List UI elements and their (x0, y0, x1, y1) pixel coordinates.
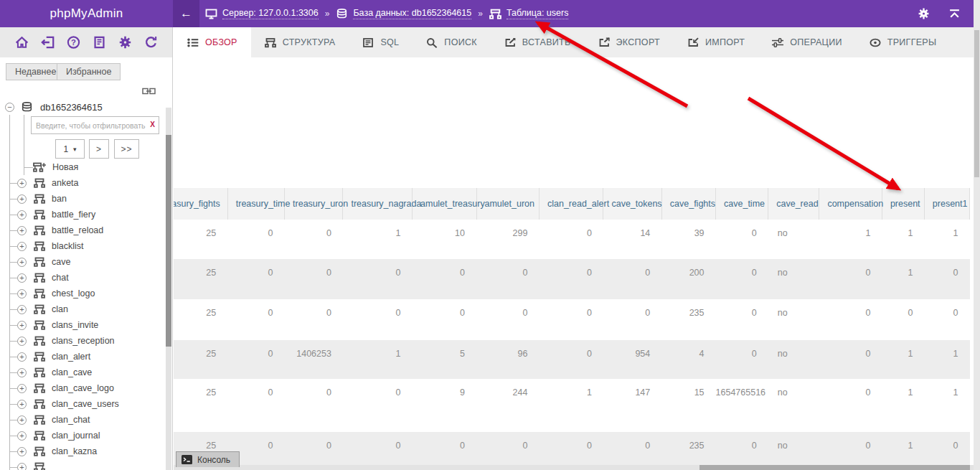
expand-icon[interactable]: + (17, 226, 27, 235)
refresh-button[interactable] (144, 36, 158, 49)
tab-label: ВСТАВИТЬ (522, 37, 571, 47)
sidebar-item-clan_alert[interactable]: +clan_alert (0, 349, 165, 365)
horizontal-scrollbar[interactable] (174, 465, 974, 470)
cell-cave_time: 0 (716, 299, 768, 340)
breadcrumb-item[interactable]: База данных: db1652364615 (336, 8, 471, 19)
documentation-button[interactable] (93, 36, 106, 49)
settings-button[interactable] (918, 8, 930, 19)
vertical-scrollbar-thumb[interactable] (974, 30, 979, 177)
logout-button[interactable] (41, 36, 55, 49)
column-header-treasury_uron[interactable]: treasury_uron (285, 188, 343, 220)
expand-icon[interactable]: + (17, 289, 27, 299)
sidebar-item-clan[interactable]: +clan (0, 301, 165, 317)
sidebar-item-database[interactable]: − db1652364615 (0, 99, 103, 115)
collapse-header-button[interactable] (948, 8, 961, 19)
sidebar-item-cave[interactable]: +cave (0, 254, 165, 270)
column-header-treasury_fights[interactable]: treasury_fights (174, 188, 227, 220)
page-select[interactable]: 1 ▾ (55, 139, 85, 159)
expand-icon[interactable]: + (17, 384, 27, 393)
collapse-db-icon[interactable]: − (5, 103, 14, 112)
column-header-cave_read[interactable]: cave_read (768, 188, 819, 220)
filter-tables-input[interactable] (31, 116, 159, 134)
sidebar-item-ban[interactable]: +ban (0, 191, 165, 207)
column-header-cave_tokens[interactable]: cave_tokens (603, 188, 661, 220)
sidebar-item-clans_invite[interactable]: +clans_invite (0, 317, 165, 333)
sidebar-item-clan_chat[interactable]: +clan_chat (0, 412, 165, 428)
sidebar-item-clan_journal[interactable]: +clan_journal (0, 428, 165, 443)
tab-поиск[interactable]: ПОИСК (413, 27, 491, 57)
back-button[interactable]: ← (173, 0, 199, 27)
expand-icon[interactable]: + (17, 210, 27, 220)
link-panels-icon[interactable] (142, 86, 156, 96)
sidebar-item-label: anketa (52, 178, 79, 188)
column-header-treasury_time[interactable]: treasury_time (227, 188, 284, 220)
sidebar-item-clans_reception[interactable]: +clans_reception (0, 333, 165, 349)
expand-icon[interactable]: + (17, 431, 27, 441)
sidebar-item-clan_cave_users[interactable]: +clan_cave_users (0, 396, 165, 412)
tab-обзор[interactable]: ОБЗОР (174, 27, 251, 57)
expand-icon[interactable]: + (17, 194, 27, 204)
column-header-clan_read_alert[interactable]: clan_read_alert (539, 188, 603, 220)
sidebar-item-battle_reload[interactable]: +battle_reload (0, 222, 165, 238)
sidebar-item-anketa[interactable]: +anketa (0, 175, 165, 191)
clear-filter-button[interactable]: X (150, 121, 155, 128)
breadcrumb-item[interactable]: Сервер: 127.0.0.1:3306 (205, 8, 319, 19)
help-button[interactable]: ? (67, 36, 80, 49)
console-button[interactable]: Консоль (176, 451, 240, 467)
expand-icon[interactable]: + (17, 415, 27, 425)
tab-вставить[interactable]: ВСТАВИТЬ (491, 27, 585, 57)
sidebar-item-battle_fiery[interactable]: +battle_fiery (0, 207, 165, 222)
favorite-tables-button[interactable]: Избранное (57, 63, 121, 80)
last-page-button[interactable]: >> (114, 139, 139, 159)
table-row: 25014062531596095440no011 (174, 340, 970, 379)
database-icon (336, 9, 348, 19)
cell-treasury_fights: 25 (174, 340, 227, 379)
expand-icon[interactable]: + (17, 273, 27, 283)
database-name[interactable]: db1652364615 (40, 102, 103, 113)
tab-структура[interactable]: СТРУКТУРА (251, 27, 349, 57)
sidebar-item-clan_kazna[interactable]: +clan_kazna (0, 443, 165, 459)
breadcrumb-item[interactable]: Таблица: users (489, 8, 569, 19)
column-header-treasury_nagrada[interactable]: treasury_nagrada (343, 188, 413, 220)
sidebar-item-clan_cave_logo[interactable]: +clan_cave_logo (0, 380, 165, 396)
tab-sql[interactable]: SQL (349, 27, 413, 57)
panel-settings-button[interactable] (118, 36, 132, 49)
sidebar-item-clipped[interactable]: + (0, 459, 165, 470)
sidebar-item-chat[interactable]: +chat (0, 270, 165, 286)
expand-icon[interactable]: + (17, 368, 27, 377)
expand-icon[interactable]: + (17, 400, 27, 409)
sidebar-item-chest_logo[interactable]: +chest_logo (0, 286, 165, 301)
sidebar-scrollbar-thumb[interactable] (166, 135, 171, 347)
column-header-present1[interactable]: present1 (924, 188, 969, 220)
column-header-amulet_treasury[interactable]: amulet_treasury (413, 188, 476, 220)
column-header-cave_time[interactable]: cave_time (716, 188, 768, 220)
sidebar-item-blacklist[interactable]: +blacklist (0, 238, 165, 254)
expand-icon[interactable]: + (17, 305, 27, 314)
column-header-compensation[interactable]: compensation (819, 188, 882, 220)
tab-триггеры[interactable]: ТРИГГЕРЫ (856, 27, 951, 57)
expand-icon[interactable]: + (17, 463, 27, 470)
tab-операции[interactable]: ОПЕРАЦИИ (758, 27, 856, 57)
expand-icon[interactable]: + (17, 242, 27, 251)
expand-icon[interactable]: + (17, 337, 27, 346)
app-logo[interactable]: phpMyAdmin (0, 0, 173, 27)
sidebar-item-new-table[interactable]: Новая (0, 159, 165, 175)
tab-экспорт[interactable]: ЭКСПОРТ (585, 27, 674, 57)
expand-icon[interactable]: + (17, 352, 27, 362)
expand-icon[interactable]: + (17, 258, 27, 267)
expand-icon[interactable]: + (17, 447, 27, 456)
expand-icon[interactable]: + (17, 321, 27, 330)
sidebar-item-clan_cave[interactable]: +clan_cave (0, 365, 165, 380)
sidebar-item-label: clans_invite (52, 320, 98, 330)
sidebar-scrollbar[interactable] (166, 108, 171, 470)
horizontal-scrollbar-thumb[interactable] (699, 465, 970, 470)
expand-icon[interactable]: + (17, 179, 27, 188)
cell-cave_time: 1654765516 (716, 379, 768, 432)
column-header-amulet_uron[interactable]: amulet_uron (476, 188, 539, 220)
next-page-button[interactable]: > (89, 139, 109, 159)
tab-импорт[interactable]: ИМПОРТ (674, 27, 758, 57)
column-header-cave_fights[interactable]: cave_fights (661, 188, 715, 220)
vertical-scrollbar[interactable] (974, 0, 980, 470)
column-header-present[interactable]: present (882, 188, 924, 220)
home-button[interactable] (15, 36, 29, 49)
